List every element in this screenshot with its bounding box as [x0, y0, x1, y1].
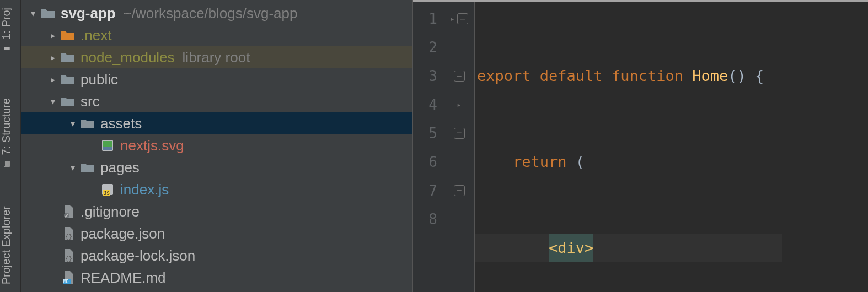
toolwindow-tab-label: 1: Proj	[0, 8, 13, 40]
fold-gutter: ▸− − ▸ − −	[444, 0, 475, 292]
folder-icon	[40, 7, 56, 19]
toolwindow-tab-project[interactable]: ▮ 1: Proj	[0, 4, 13, 56]
tree-label: .gitignore	[81, 203, 140, 220]
line-number: 8	[413, 205, 444, 234]
chevron-down-icon: ▾	[66, 118, 79, 129]
line-number: 4	[413, 90, 444, 119]
folder-icon	[79, 117, 96, 129]
tree-label: package.json	[81, 225, 165, 242]
gitignore-file-icon	[60, 204, 76, 219]
toolwindow-tab-label: Project Explorer	[0, 206, 13, 284]
tree-label: nextjs.svg	[120, 137, 184, 154]
toolwindow-tab-project-explorer[interactable]: Project Explorer	[0, 203, 13, 288]
line-number: 6	[413, 148, 444, 176]
fold-collapse-icon[interactable]: −	[454, 128, 465, 139]
svg-rect-2	[103, 147, 112, 150]
tree-label: assets	[100, 115, 142, 132]
tree-root-path: ~/workspace/blogs/svg-app	[124, 5, 298, 22]
folder-icon	[79, 161, 96, 174]
tree-label: package-lock.json	[81, 247, 195, 264]
chevron-down-icon: ▾	[26, 8, 40, 19]
token-plain: (	[567, 148, 585, 176]
svg-rect-1	[103, 141, 112, 147]
tree-root-svg-app[interactable]: ▾ svg-app ~/workspace/blogs/svg-app	[21, 2, 412, 24]
tree-item-package-json[interactable]: {} package.json	[21, 223, 412, 245]
toolwindow-tab-structure[interactable]: ▤ 7: Structure	[0, 95, 13, 171]
token-keyword: default	[540, 62, 603, 90]
tree-label: node_modules	[81, 49, 175, 66]
fold-collapse-icon[interactable]: −	[454, 185, 465, 196]
token-keyword: export	[477, 62, 531, 90]
tree-item-package-lock-json[interactable]: {} package-lock.json	[21, 245, 412, 267]
project-icon: ▮	[2, 44, 11, 53]
tree-label: src	[81, 93, 100, 110]
tree-item-src[interactable]: ▾ src	[21, 90, 412, 112]
image-file-icon	[99, 139, 116, 152]
json-file-icon: {}	[60, 248, 76, 263]
folder-icon	[60, 29, 76, 41]
token-keyword: return	[513, 148, 567, 176]
line-number: 3	[413, 62, 444, 90]
fold-collapse-icon[interactable]: −	[454, 71, 465, 82]
tree-item-readme[interactable]: MD README.md	[21, 267, 412, 289]
structure-icon: ▤	[2, 159, 11, 168]
svg-text:JS: JS	[104, 191, 110, 196]
tree-item-index-js[interactable]: JS index.js	[21, 179, 412, 201]
folder-icon	[60, 95, 76, 107]
line-number: 5	[413, 119, 444, 148]
svg-text:MD: MD	[63, 279, 69, 284]
code-editor[interactable]: 1 2 3 4 5 6 7 8 ▸− − ▸ − − export defaul…	[412, 0, 868, 292]
tree-label: svg-app	[61, 5, 116, 22]
fold-region-start-icon[interactable]: ▸	[457, 100, 461, 109]
token-plain: () {	[728, 62, 764, 90]
project-tree[interactable]: ▾ svg-app ~/workspace/blogs/svg-app ▸ .n…	[21, 0, 412, 292]
tree-hint: library root	[183, 49, 250, 66]
line-number: 1	[413, 4, 444, 33]
chevron-right-icon: ▸	[46, 52, 60, 63]
chevron-right-icon: ▸	[46, 30, 60, 41]
chevron-down-icon: ▾	[66, 163, 79, 173]
token-jsx-tag: <div>	[549, 234, 593, 262]
tree-label: README.md	[81, 269, 166, 286]
token-function-name: Home	[692, 62, 728, 90]
line-number: 2	[413, 33, 444, 62]
chevron-down-icon: ▾	[46, 96, 60, 107]
tool-window-tab-strip: ▮ 1: Proj ▤ 7: Structure Project Explore…	[0, 0, 21, 292]
tree-label: index.js	[120, 181, 169, 198]
svg-text:{}: {}	[65, 233, 72, 240]
tree-label: public	[81, 71, 118, 88]
chevron-right-icon: ▸	[46, 74, 60, 85]
tree-item-gitignore[interactable]: .gitignore	[21, 201, 412, 223]
tree-label: pages	[100, 159, 140, 176]
svg-text:{}: {}	[65, 255, 72, 262]
toolwindow-tab-label: 7: Structure	[0, 98, 13, 155]
tree-item-public[interactable]: ▸ public	[21, 68, 412, 90]
javascript-file-icon: JS	[99, 183, 116, 196]
folder-icon	[60, 73, 76, 85]
tree-item-next[interactable]: ▸ .next	[21, 24, 412, 46]
tree-item-node-modules[interactable]: ▸ node_modules library root	[21, 46, 412, 68]
json-file-icon: {}	[60, 226, 76, 241]
token-keyword: function	[612, 62, 683, 90]
line-number-gutter: 1 2 3 4 5 6 7 8	[413, 0, 444, 292]
tree-label: .next	[81, 27, 111, 44]
tree-item-assets[interactable]: ▾ assets	[21, 112, 412, 134]
tree-item-nextjs-svg[interactable]: nextjs.svg	[21, 134, 412, 156]
folder-icon	[60, 51, 76, 63]
tree-item-pages[interactable]: ▾ pages	[21, 156, 412, 179]
line-number: 7	[413, 176, 444, 205]
fold-collapse-icon[interactable]: −	[457, 13, 468, 24]
code-area[interactable]: export default function Home() { return …	[475, 0, 782, 292]
markdown-file-icon: MD	[60, 271, 76, 285]
fold-region-start-icon[interactable]: ▸	[450, 14, 454, 23]
